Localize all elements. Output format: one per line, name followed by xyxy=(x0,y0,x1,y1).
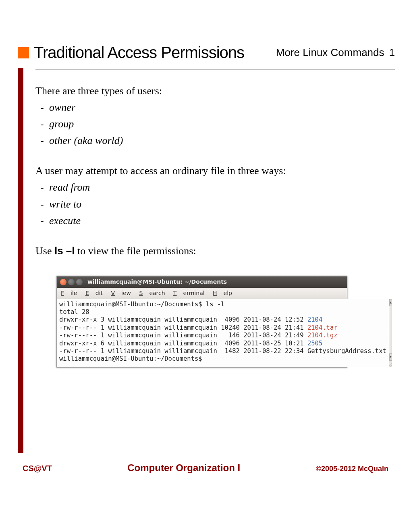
terminal-line: williammcquain@MSI-Ubuntu:~/Documents$ l… xyxy=(59,301,225,308)
footer-mid: Computer Organization I xyxy=(127,462,240,474)
maroon-sidebar-bar xyxy=(18,68,23,453)
minimize-icon[interactable] xyxy=(68,279,75,285)
menu-view[interactable]: View xyxy=(111,290,131,296)
list-item: group xyxy=(49,117,385,131)
terminal-menubar: File Edit View Search Terminal Help xyxy=(57,288,347,299)
list-item: read from xyxy=(49,180,385,194)
slide-title: Traditional Access Permissions xyxy=(34,44,276,62)
resize-grip-icon[interactable] xyxy=(389,361,392,367)
footer-right: ©2005-2012 McQuain xyxy=(316,465,388,473)
terminal-line: drwxr-xr-x 3 williammcquain williammcqua… xyxy=(59,316,307,323)
menu-edit[interactable]: Edit xyxy=(85,290,103,296)
list-item: execute xyxy=(49,214,385,228)
users-list: owner group other (aka world) xyxy=(35,100,385,148)
list-item: write to xyxy=(49,197,385,211)
terminal-window: williammcquain@MSI-Ubuntu: ~/Documents F… xyxy=(56,276,347,368)
list-item: owner xyxy=(49,100,385,114)
terminal-titlebar: williammcquain@MSI-Ubuntu: ~/Documents xyxy=(57,276,347,288)
footer-left: CS@VT xyxy=(23,464,52,473)
scroll-down-icon[interactable]: ▾ xyxy=(389,353,392,361)
dir-name: 2505 xyxy=(307,340,322,347)
scrollbar[interactable]: ▴ ▾ xyxy=(389,299,392,367)
terminal-line: total 28 xyxy=(59,308,89,316)
accent-square-icon xyxy=(18,47,29,58)
terminal-title: williammcquain@MSI-Ubuntu: ~/Documents xyxy=(87,278,227,286)
text: Use xyxy=(35,245,54,257)
menu-terminal[interactable]: Terminal xyxy=(173,290,205,296)
terminal-line: drwxr-xr-x 6 williammcquain williammcqua… xyxy=(59,340,307,347)
archive-name: 2104.tar xyxy=(307,324,338,331)
menu-file[interactable]: File xyxy=(61,290,77,296)
archive-name: 2104.tgz xyxy=(307,332,338,339)
ls-command: ls –l xyxy=(54,245,75,257)
list-item: other (aka world) xyxy=(49,133,385,148)
terminal-line: -rw-r--r-- 1 williammcquain williammcqua… xyxy=(59,347,386,355)
close-icon[interactable] xyxy=(60,279,66,285)
page-number: 1 xyxy=(389,46,395,59)
dir-name: 2104 xyxy=(307,316,322,323)
terminal-line: -rw-r--r-- 1 williammcquain williammcqua… xyxy=(59,332,307,339)
title-underline xyxy=(35,69,395,70)
access-intro-text: A user may attempt to access an ordinary… xyxy=(35,164,385,178)
menu-search[interactable]: Search xyxy=(139,290,165,296)
terminal-line: williammcquain@MSI-Ubuntu:~/Documents$ xyxy=(59,355,202,362)
terminal-body[interactable]: williammcquain@MSI-Ubuntu:~/Documents$ l… xyxy=(57,299,389,367)
access-list: read from write to execute xyxy=(35,180,385,227)
users-intro-text: There are three types of users: xyxy=(35,84,385,98)
menu-help[interactable]: Help xyxy=(213,290,232,296)
terminal-line: -rw-r--r-- 1 williammcquain williammcqua… xyxy=(59,324,307,331)
section-label: More Linux Commands xyxy=(276,46,384,59)
scroll-up-icon[interactable]: ▴ xyxy=(389,299,392,306)
maximize-icon[interactable] xyxy=(76,279,83,285)
text: to view the file permissions: xyxy=(75,245,196,257)
ls-instruction: Use ls –l to view the file permissions: xyxy=(35,244,385,258)
